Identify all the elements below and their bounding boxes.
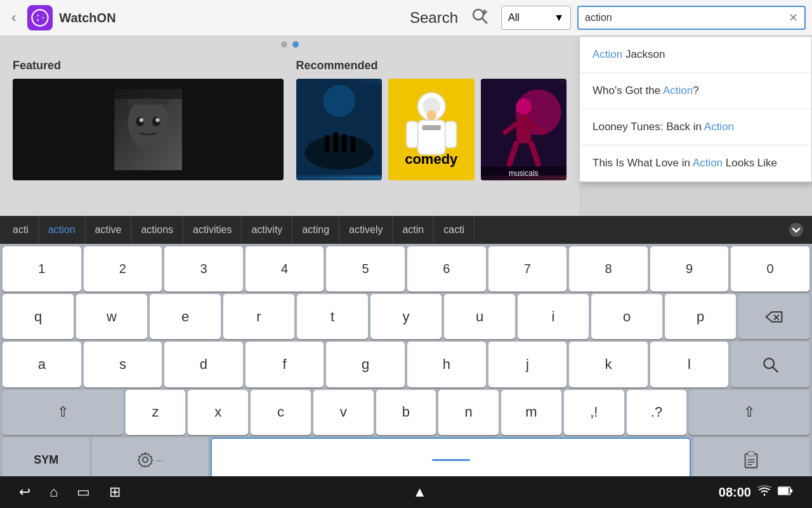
clear-icon[interactable]: ✕ bbox=[789, 11, 798, 25]
face-movie-art bbox=[40, 89, 256, 170]
app-logo bbox=[27, 5, 53, 30]
suggestion-action[interactable]: action bbox=[39, 216, 86, 244]
key-k[interactable]: k bbox=[569, 342, 648, 387]
search-key[interactable] bbox=[731, 342, 809, 387]
up-arrow-icon[interactable]: ▲ bbox=[413, 484, 427, 500]
key-m[interactable]: m bbox=[501, 390, 561, 435]
key-6[interactable]: 6 bbox=[407, 246, 486, 291]
key-y[interactable]: y bbox=[370, 294, 442, 339]
key-8[interactable]: 8 bbox=[569, 246, 648, 291]
dot-1 bbox=[281, 41, 287, 48]
qr-nav-icon[interactable]: ⊞ bbox=[109, 484, 121, 500]
autocomplete-highlight-4: Action bbox=[693, 157, 723, 169]
svg-rect-46 bbox=[790, 489, 792, 492]
key-w[interactable]: w bbox=[76, 294, 147, 339]
back-nav-icon[interactable]: ↩ bbox=[19, 484, 30, 500]
chevron-down-icon: ▼ bbox=[554, 12, 564, 23]
key-o[interactable]: o bbox=[591, 294, 662, 339]
filter-dropdown[interactable]: All ▼ bbox=[501, 6, 571, 30]
key-t[interactable]: t bbox=[297, 294, 368, 339]
key-s[interactable]: s bbox=[84, 342, 162, 387]
recommended-card-3[interactable]: musicals bbox=[481, 79, 567, 180]
key-n[interactable]: n bbox=[438, 390, 499, 435]
status-bar: 08:00 bbox=[719, 485, 793, 500]
key-r[interactable]: r bbox=[223, 294, 294, 339]
key-z[interactable]: z bbox=[126, 390, 186, 435]
backspace-key[interactable] bbox=[738, 294, 809, 339]
suggestion-activity[interactable]: activity bbox=[242, 216, 292, 244]
svg-point-11 bbox=[139, 118, 143, 122]
recommended-card-1[interactable] bbox=[296, 79, 383, 180]
autocomplete-item-2[interactable]: Who's Got the Action? bbox=[580, 73, 811, 109]
key-f[interactable]: f bbox=[246, 342, 324, 387]
key-comma[interactable]: ,! bbox=[564, 390, 624, 435]
suggestion-cacti[interactable]: cacti bbox=[434, 216, 475, 244]
suggestion-active[interactable]: active bbox=[86, 216, 132, 244]
key-period[interactable]: .? bbox=[627, 390, 687, 435]
featured-card-1[interactable] bbox=[13, 79, 284, 180]
home-nav-icon[interactable]: ⌂ bbox=[49, 484, 58, 500]
key-d[interactable]: d bbox=[164, 342, 243, 387]
search-keyboard-icon bbox=[761, 356, 779, 373]
key-p[interactable]: p bbox=[665, 294, 736, 339]
key-j[interactable]: j bbox=[488, 342, 567, 387]
search-add-icon[interactable] bbox=[471, 7, 488, 29]
autocomplete-suffix-1: Jackson bbox=[622, 48, 665, 60]
recents-nav-icon[interactable]: ▭ bbox=[77, 484, 90, 500]
page-dots bbox=[0, 36, 579, 53]
suggestion-activities[interactable]: activities bbox=[183, 216, 242, 244]
suggestions-expand-button[interactable] bbox=[783, 216, 809, 244]
key-i[interactable]: i bbox=[518, 294, 589, 339]
svg-rect-18 bbox=[333, 133, 337, 153]
key-1[interactable]: 1 bbox=[3, 246, 81, 291]
key-v[interactable]: v bbox=[313, 390, 374, 435]
key-9[interactable]: 9 bbox=[650, 246, 729, 291]
key-u[interactable]: u bbox=[444, 294, 515, 339]
key-2[interactable]: 2 bbox=[84, 246, 162, 291]
autocomplete-prefix-2: Who's Got the bbox=[593, 84, 663, 97]
svg-line-3 bbox=[482, 18, 487, 23]
keyboard: 1 2 3 4 5 6 7 8 9 0 q w e r t y u i o p … bbox=[0, 244, 812, 485]
recommended-card-2[interactable]: comedy bbox=[388, 79, 475, 180]
key-7[interactable]: 7 bbox=[488, 246, 567, 291]
battery-level-icon bbox=[778, 486, 793, 496]
musicals-label: musicals bbox=[481, 166, 567, 180]
suggestion-actions[interactable]: actions bbox=[131, 216, 183, 244]
suggestion-acting[interactable]: acting bbox=[292, 216, 339, 244]
suggestion-actively[interactable]: actively bbox=[339, 216, 393, 244]
backspace-icon bbox=[765, 310, 783, 324]
search-input[interactable]: action ✕ bbox=[577, 6, 806, 30]
svg-rect-8 bbox=[128, 99, 168, 105]
key-4[interactable]: 4 bbox=[246, 246, 324, 291]
key-5[interactable]: 5 bbox=[326, 246, 405, 291]
key-x[interactable]: x bbox=[188, 390, 248, 435]
key-b[interactable]: b bbox=[376, 390, 436, 435]
key-3[interactable]: 3 bbox=[164, 246, 243, 291]
shift-left-key[interactable]: ⇧ bbox=[3, 390, 123, 435]
svg-line-37 bbox=[773, 367, 778, 372]
settings-icon bbox=[137, 451, 154, 468]
back-button[interactable]: ‹ bbox=[6, 10, 21, 26]
key-g[interactable]: g bbox=[326, 342, 405, 387]
key-q[interactable]: q bbox=[3, 294, 74, 339]
comedy-label: comedy bbox=[388, 145, 475, 174]
key-e[interactable]: e bbox=[150, 294, 221, 339]
autocomplete-item-3[interactable]: Looney Tunes: Back in Action bbox=[580, 109, 811, 145]
key-c[interactable]: c bbox=[251, 390, 311, 435]
svg-point-2 bbox=[473, 10, 483, 20]
key-0[interactable]: 0 bbox=[731, 246, 809, 291]
autocomplete-prefix-3: Looney Tunes: Back in bbox=[593, 121, 704, 133]
autocomplete-item-1[interactable]: Action Jackson bbox=[580, 37, 811, 73]
autocomplete-highlight-2: Action bbox=[663, 84, 693, 97]
shift-right-key[interactable]: ⇧ bbox=[689, 390, 809, 435]
key-l[interactable]: l bbox=[650, 342, 729, 387]
key-a[interactable]: a bbox=[3, 342, 81, 387]
suggestion-acti[interactable]: acti bbox=[3, 216, 39, 244]
key-h[interactable]: h bbox=[407, 342, 486, 387]
autocomplete-item-4[interactable]: This Is What Love in Action Looks Like bbox=[580, 145, 811, 182]
recommended-title: Recommended bbox=[296, 59, 567, 72]
dot-2 bbox=[292, 41, 299, 48]
suggestion-actin[interactable]: actin bbox=[393, 216, 434, 244]
settings-ellipsis: ··· bbox=[156, 455, 163, 465]
svg-point-16 bbox=[304, 135, 373, 170]
